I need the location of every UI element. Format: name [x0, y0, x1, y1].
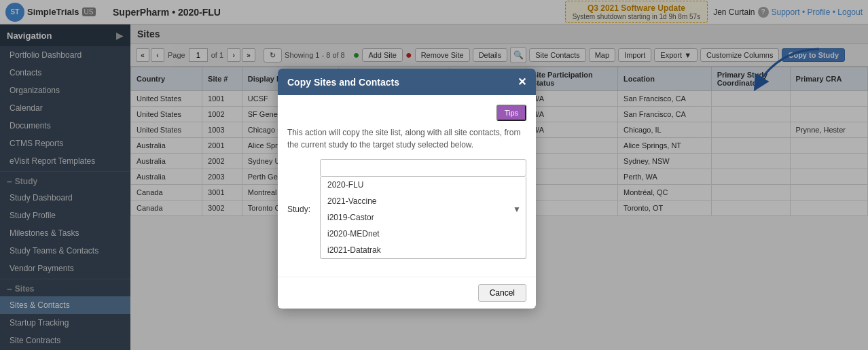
dropdown-item-2021vaccine[interactable]: 2021-Vaccine [321, 193, 526, 209]
tips-button[interactable]: Tips [496, 105, 526, 121]
modal-title: Copy Sites and Contacts [287, 77, 399, 88]
modal-description: This action will copy the site list, alo… [287, 126, 526, 151]
dropdown-item-i2020mednet[interactable]: i2020-MEDnet [321, 226, 526, 242]
main-area: Navigation ▶ Portfolio Dashboard Contact… [0, 24, 868, 350]
study-dropdown: 2020-FLU 2021-Vaccine i2019-Castor i2020… [320, 177, 526, 259]
dropdown-item-i2021datatrak[interactable]: i2021-Datatrak [321, 242, 526, 258]
study-select-wrapper: ▼ 2020-FLU 2021-Vaccine i2019-Castor i20… [320, 159, 526, 259]
modal-close-button[interactable]: ✕ [518, 75, 526, 88]
modal-footer: Cancel [278, 277, 536, 309]
content-wrapper: Sites « ‹ Page of 1 › » ↻ Showing 1 - 8 … [130, 24, 868, 350]
dropdown-item-i2019castor[interactable]: i2019-Castor [321, 209, 526, 226]
study-label: Study: [287, 205, 314, 214]
modal-header: Copy Sites and Contacts ✕ [278, 69, 536, 95]
copy-sites-modal: Copy Sites and Contacts ✕ Tips This acti… [278, 69, 536, 309]
dropdown-item-2020flu[interactable]: 2020-FLU [321, 177, 526, 193]
app-container: ST SimpleTrials US SuperPharm • 2020-FLU… [0, 0, 868, 350]
study-select-input[interactable] [320, 159, 526, 177]
study-form-row: Study: ▼ 2020-FLU 2021-Vaccine i2019-Cas… [287, 159, 526, 259]
cancel-button[interactable]: Cancel [478, 284, 526, 302]
modal-body: Tips This action will copy the site list… [278, 95, 536, 277]
modal-overlay: Copy Sites and Contacts ✕ Tips This acti… [130, 24, 868, 350]
